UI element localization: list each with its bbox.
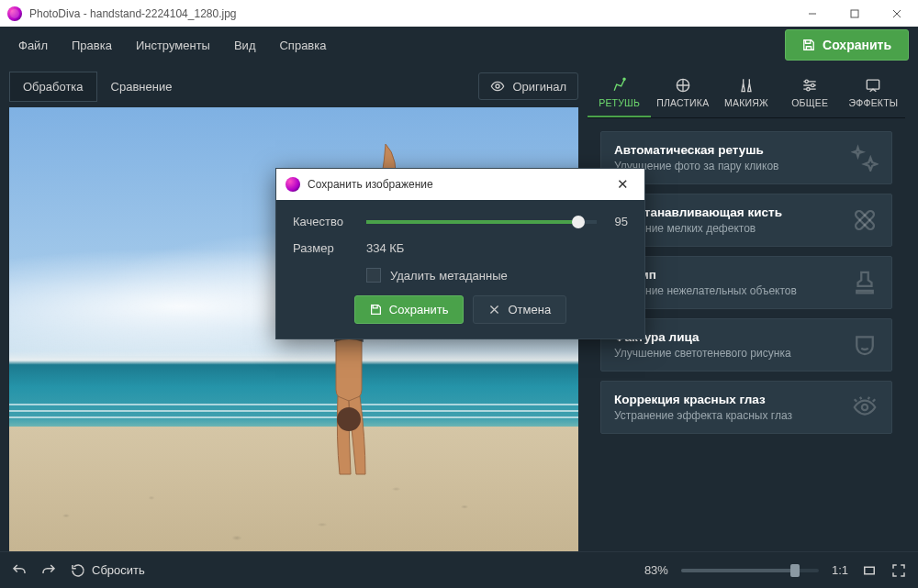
dialog-close-button[interactable]: ✕ [610, 176, 635, 193]
statusbar: Сбросить 83% 1:1 [0, 551, 918, 588]
menu-view[interactable]: Вид [225, 33, 265, 58]
svg-point-12 [807, 88, 810, 91]
zoom-slider[interactable] [681, 569, 819, 572]
eye-icon [490, 79, 505, 94]
titlebar: PhotoDiva - handstand-2224104_1280.jpg [0, 0, 918, 27]
dialog-cancel-button[interactable]: Отмена [473, 295, 566, 324]
undo-button[interactable] [11, 562, 28, 579]
menubar: Файл Правка Инструменты Вид Справка Сохр… [0, 27, 918, 63]
size-label: Размер [293, 241, 366, 255]
menu-tools[interactable]: Инструменты [127, 33, 219, 58]
tooltab-label: ОБЩЕЕ [791, 97, 828, 108]
card-title: Коррекция красных глаз [614, 393, 879, 406]
sliders-icon [800, 76, 819, 94]
fit-icon [861, 562, 878, 579]
tooltab-plastic[interactable]: ПЛАСТИКА [651, 67, 714, 117]
redo-icon [40, 562, 57, 579]
sparkle-icon [851, 144, 879, 172]
redo-button[interactable] [40, 562, 57, 579]
fit-button[interactable] [861, 562, 878, 579]
reset-button[interactable]: Сбросить [70, 562, 145, 579]
card-red-eye[interactable]: Коррекция красных глаз Устранение эффект… [600, 381, 892, 434]
zoom-one-to-one[interactable]: 1:1 [832, 563, 848, 577]
card-subtitle: Удаление нежелательных объектов [614, 284, 879, 297]
zoom-percent: 83% [644, 563, 668, 577]
quality-slider[interactable] [366, 220, 597, 224]
original-toggle[interactable]: Оригинал [478, 72, 578, 100]
tool-tabs: РЕТУШЬ ПЛАСТИКА МАКИЯЖ ОБЩЕЕ [588, 67, 905, 118]
reset-label: Сбросить [92, 563, 145, 577]
svg-point-4 [496, 84, 499, 88]
save-icon [370, 304, 382, 316]
dialog-titlebar[interactable]: Сохранить изображение ✕ [276, 169, 644, 200]
menu-file[interactable]: Файл [9, 33, 57, 58]
card-subtitle: Устранение эффекта красных глаз [614, 409, 879, 422]
tooltab-makeup[interactable]: МАКИЯЖ [714, 67, 778, 117]
card-subtitle: Удаление мелких дефектов [614, 222, 879, 235]
dialog-title: Сохранить изображение [308, 178, 610, 191]
quality-value: 95 [597, 215, 628, 228]
undo-icon [11, 562, 28, 579]
strip-metadata-label: Удалить метаданные [390, 269, 508, 283]
svg-point-7 [337, 407, 361, 431]
tooltab-label: ЭФФЕКТЫ [849, 97, 899, 108]
app-logo-icon [285, 177, 300, 192]
save-button[interactable]: Сохранить [785, 29, 909, 61]
card-title: Автоматическая ретушь [614, 143, 879, 157]
save-icon [802, 39, 815, 51]
strip-metadata-checkbox[interactable] [366, 268, 381, 283]
plastic-icon [674, 76, 692, 94]
svg-point-8 [623, 78, 625, 80]
makeup-icon [737, 76, 756, 94]
card-title: Штамп [614, 268, 879, 282]
save-dialog: Сохранить изображение ✕ Качество 95 Разм… [275, 168, 645, 339]
tab-compare[interactable]: Сравнение [97, 72, 186, 102]
original-toggle-label: Оригинал [512, 80, 566, 94]
tooltab-label: РЕТУШЬ [599, 97, 640, 108]
card-subtitle: Улучшение светотеневого рисунка [614, 347, 879, 360]
card-subtitle: Улучшение фото за пару кликов [614, 160, 879, 172]
close-button[interactable] [876, 0, 918, 27]
tooltab-label: ПЛАСТИКА [656, 97, 709, 108]
tooltab-general[interactable]: ОБЩЕЕ [778, 67, 842, 117]
window-title: PhotoDiva - handstand-2224104_1280.jpg [29, 7, 791, 20]
svg-rect-1 [851, 10, 858, 17]
retouch-icon [610, 76, 629, 94]
tooltab-effects[interactable]: ЭФФЕКТЫ [842, 67, 905, 117]
size-value: 334 КБ [366, 241, 404, 255]
dialog-save-button[interactable]: Сохранить [354, 295, 465, 324]
menu-edit[interactable]: Правка [62, 33, 121, 58]
svg-rect-13 [868, 80, 879, 89]
svg-point-11 [812, 83, 814, 86]
minimize-button[interactable] [791, 0, 834, 27]
svg-point-10 [805, 80, 808, 83]
card-title: Фактура лица [614, 330, 879, 344]
dialog-cancel-label: Отмена [508, 303, 551, 316]
tooltab-retouch[interactable]: РЕТУШЬ [588, 67, 651, 117]
card-title: Восстанавливающая кисть [614, 205, 879, 219]
eye-lashes-icon [851, 394, 879, 421]
tab-process[interactable]: Обработка [9, 72, 97, 102]
save-button-label: Сохранить [823, 38, 891, 52]
svg-rect-17 [865, 567, 875, 574]
view-tabs: Обработка Сравнение Оригинал [9, 71, 578, 102]
stamp-icon [851, 269, 879, 296]
bandage-icon [851, 206, 879, 234]
svg-point-16 [862, 405, 868, 410]
quality-label: Качество [293, 215, 366, 228]
effects-icon [864, 76, 882, 94]
mask-icon [851, 331, 879, 359]
app-logo-icon [7, 6, 22, 21]
tooltab-label: МАКИЯЖ [724, 97, 768, 108]
close-icon [488, 304, 500, 316]
fullscreen-button[interactable] [890, 562, 907, 579]
menu-help[interactable]: Справка [270, 33, 335, 58]
fullscreen-icon [890, 562, 907, 579]
reset-icon [70, 562, 86, 579]
dialog-save-label: Сохранить [389, 303, 449, 316]
maximize-button[interactable] [834, 0, 876, 27]
